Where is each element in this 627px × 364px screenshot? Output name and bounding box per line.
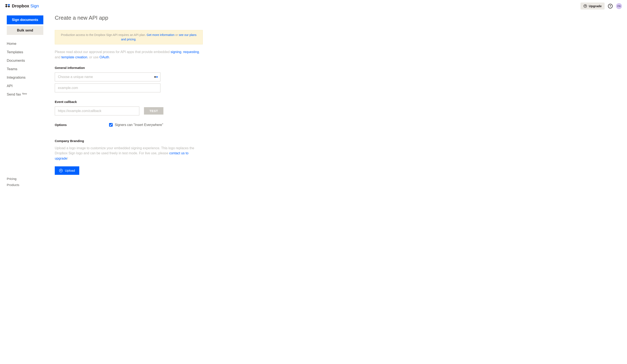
branding-description: Upload a logo image to customize your em… (55, 146, 199, 161)
nav-templates[interactable]: Templates (7, 50, 50, 54)
upgrade-button[interactable]: Upgrade (580, 2, 605, 9)
nav-send-fax[interactable]: Send fax New (7, 92, 50, 97)
event-callback-label: Event callback (55, 100, 252, 104)
sidebar: Sign documents Bulk send Home Templates … (0, 12, 50, 187)
help-icon[interactable]: ? (608, 4, 613, 8)
intro-text: Please read about our approval process f… (55, 50, 203, 60)
nav-teams[interactable]: Teams (7, 67, 50, 71)
header-actions: Upgrade ? FN (580, 2, 622, 9)
nav-integrations[interactable]: Integrations (7, 75, 50, 80)
header: Dropbox Sign Upgrade ? FN (0, 0, 627, 12)
dropbox-icon (5, 3, 10, 9)
svg-rect-2 (157, 76, 158, 78)
general-info-label: General information (55, 66, 252, 70)
upload-button[interactable]: Upload (55, 166, 79, 175)
more-info-link[interactable]: Get more information (147, 33, 175, 37)
callback-url-input[interactable] (55, 106, 139, 115)
page-title: Create a new API app (55, 15, 252, 21)
nav-products[interactable]: Products (7, 183, 50, 187)
branding-label: Company Branding (55, 139, 252, 143)
avatar[interactable]: FN (616, 3, 622, 9)
insert-everywhere-checkbox[interactable] (109, 123, 113, 127)
password-manager-icon (154, 75, 158, 79)
api-plan-notice: Production access to the Dropbox Sign AP… (55, 30, 203, 44)
template-creation-link[interactable]: template creation (61, 55, 87, 59)
logo-text: Dropbox Sign (12, 3, 39, 8)
bulk-send-button[interactable]: Bulk send (7, 26, 43, 35)
sign-documents-button[interactable]: Sign documents (7, 15, 43, 24)
options-label: Options (55, 123, 67, 127)
nav: Home Templates Documents Teams Integrati… (7, 42, 50, 97)
test-button[interactable]: TEST (144, 107, 163, 114)
upgrade-icon (583, 4, 587, 8)
logo[interactable]: Dropbox Sign (5, 3, 39, 9)
upload-icon (59, 169, 63, 172)
main-content: Create a new API app Production access t… (50, 12, 257, 187)
nav-home[interactable]: Home (7, 42, 50, 46)
signing-link[interactable]: signing (171, 50, 181, 54)
footer-nav: Pricing Products (7, 177, 50, 187)
insert-everywhere-label: Signers can "Insert Everywhere" (115, 123, 163, 127)
nav-documents[interactable]: Documents (7, 58, 50, 63)
requesting-link[interactable]: requesting (183, 50, 199, 54)
app-name-input[interactable] (55, 72, 160, 81)
nav-api[interactable]: API (7, 84, 50, 88)
domain-input[interactable] (55, 84, 160, 92)
svg-rect-1 (155, 76, 156, 78)
oauth-link[interactable]: OAuth (100, 55, 109, 59)
nav-pricing[interactable]: Pricing (7, 177, 50, 181)
new-badge: New (22, 92, 27, 95)
